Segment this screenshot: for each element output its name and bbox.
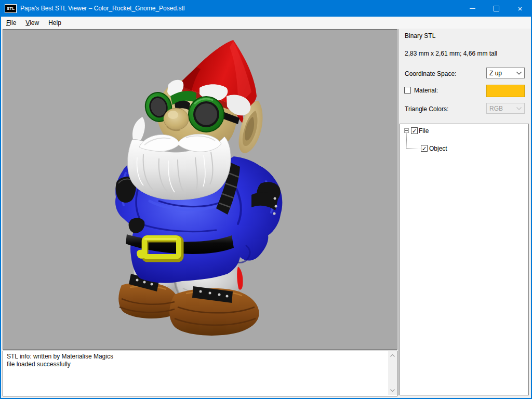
maximize-icon xyxy=(494,6,499,11)
triangle-colors-dropdown: RGB xyxy=(486,103,525,114)
log-scrollbar[interactable] xyxy=(388,351,397,395)
log-text: STL info: written by Materialise Magics … xyxy=(7,353,113,368)
tree-collapse-icon[interactable] xyxy=(404,128,409,133)
tree-connector-horizontal xyxy=(406,148,420,149)
triangle-colors-label: Triangle Colors: xyxy=(405,105,448,113)
material-color-swatch[interactable] xyxy=(486,85,525,97)
minimize-icon xyxy=(470,8,475,9)
log-line-1: STL info: written by Materialise Magics xyxy=(7,353,113,361)
scroll-up-button[interactable] xyxy=(388,351,397,360)
chevron-up-icon xyxy=(390,354,395,357)
file-format-label: Binary STL xyxy=(405,32,435,39)
chevron-down-icon xyxy=(516,107,522,110)
menu-view-rest: iew xyxy=(30,19,39,26)
chevron-down-icon xyxy=(516,72,522,75)
tree-file-label[interactable]: File xyxy=(419,127,429,135)
material-checkbox[interactable] xyxy=(404,87,411,94)
chevron-down-icon xyxy=(390,389,395,392)
coordinate-space-value: Z up xyxy=(489,70,502,77)
tree-connector-vertical xyxy=(406,133,407,148)
check-icon: ✓ xyxy=(422,145,427,152)
close-icon: × xyxy=(518,5,523,12)
menu-file[interactable]: File xyxy=(2,18,21,28)
model-dimensions-label: 2,83 mm x 2,61 mm; 4,66 mm tall xyxy=(405,50,497,57)
maximize-button[interactable] xyxy=(484,0,508,17)
window-title: Papa's Best STL Viewer – Color_Rocket_Gn… xyxy=(20,5,184,12)
sidebar-separator xyxy=(398,29,399,395)
menubar: File View Help xyxy=(1,17,531,29)
menu-view[interactable]: View xyxy=(21,18,44,28)
material-label: Material: xyxy=(414,87,438,94)
menu-help-label: Help xyxy=(48,19,61,26)
minimize-button[interactable] xyxy=(460,0,484,17)
tree-file-checkbox[interactable]: ✓ xyxy=(411,127,418,134)
triangle-colors-value: RGB xyxy=(489,105,503,112)
menu-view-accel: V xyxy=(25,19,30,26)
check-icon: ✓ xyxy=(412,128,417,134)
scroll-down-button[interactable] xyxy=(388,386,397,395)
tree-object-label[interactable]: Object xyxy=(429,145,447,152)
menu-help[interactable]: Help xyxy=(44,18,66,28)
titlebar[interactable]: STL Papa's Best STL Viewer – Color_Rocke… xyxy=(0,0,532,17)
app-window: STL Papa's Best STL Viewer – Color_Rocke… xyxy=(0,0,532,399)
coordinate-space-dropdown[interactable]: Z up xyxy=(486,68,525,78)
model-viewport[interactable] xyxy=(3,29,397,350)
gnome-model-render xyxy=(3,30,397,349)
tree-object-checkbox[interactable]: ✓ xyxy=(421,145,428,152)
model-tree: ✓ File ✓ Object xyxy=(400,124,529,395)
app-icon: STL xyxy=(5,4,17,13)
log-line-2: file loaded successfully xyxy=(7,361,113,368)
log-panel: STL info: written by Materialise Magics … xyxy=(3,351,397,396)
menu-file-rest: ile xyxy=(10,19,16,26)
close-button[interactable]: × xyxy=(508,0,532,17)
coordinate-space-label: Coordinate Space: xyxy=(405,70,456,77)
